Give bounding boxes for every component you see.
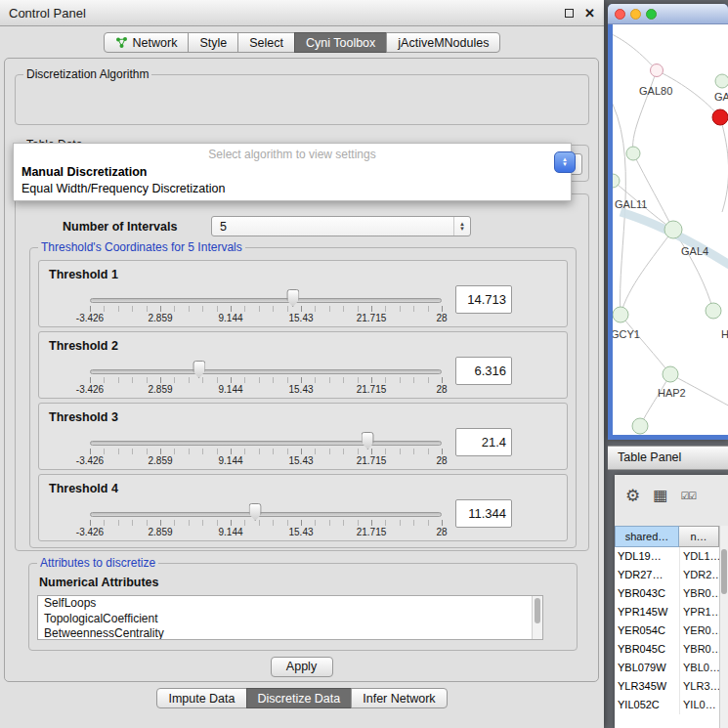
table-row[interactable]: YDL19…YDL1… — [615, 547, 719, 566]
slider-thumb[interactable] — [362, 432, 374, 450]
tab-cyni-toolbox[interactable]: Cyni Toolbox — [294, 32, 387, 53]
menu-item-manual-discretization[interactable]: Manual Discretization — [14, 164, 571, 181]
threshold-1-value-field[interactable]: 14.713 — [455, 285, 512, 314]
node[interactable] — [651, 64, 664, 77]
cell[interactable]: YBL079W — [615, 659, 679, 677]
node[interactable] — [613, 307, 628, 322]
number-of-intervals-combobox[interactable]: 5 ▲▼ — [211, 216, 471, 236]
cell[interactable]: YDR2… — [679, 566, 719, 584]
threshold-3-slider[interactable]: -3.426 2.859 9.144 15.43 21.715 28 — [90, 431, 442, 468]
table-row[interactable]: YBR043CYBR0… — [615, 584, 719, 603]
float-window-icon[interactable] — [565, 9, 574, 18]
tick-label: 2.859 — [148, 384, 172, 395]
slider-track[interactable] — [90, 298, 442, 303]
cell[interactable]: YDR27… — [615, 566, 679, 584]
slider-track[interactable] — [90, 512, 442, 517]
slider-ticks — [90, 449, 443, 454]
control-panel-titlebar[interactable]: Control Panel ✕ — [0, 0, 604, 26]
node[interactable] — [626, 147, 640, 160]
cell[interactable]: YPR145W — [615, 603, 679, 621]
table-row[interactable]: YLR345WYLR3… — [615, 677, 719, 696]
algorithm-combobox-stepper[interactable]: ▲▼ — [554, 151, 576, 173]
cell[interactable]: YER0… — [679, 621, 719, 640]
apply-button[interactable]: Apply — [271, 657, 333, 677]
tick-label: 2.859 — [148, 527, 172, 537]
tab-network[interactable]: Network — [104, 32, 190, 53]
node[interactable] — [663, 366, 678, 382]
cell[interactable]: YIL0… — [679, 696, 719, 714]
gear-icon[interactable]: ⚙ — [625, 488, 640, 504]
list-item[interactable]: SelfLoops — [38, 596, 542, 612]
tab-jactivemnodules[interactable]: jActiveMNodules — [386, 32, 500, 53]
threshold-2-slider[interactable]: -3.426 2.859 9.144 15.43 21.715 28 — [90, 360, 442, 397]
select-columns-icon[interactable]: ☑☑ — [680, 491, 696, 501]
network-window-titlebar[interactable] — [608, 4, 728, 24]
node[interactable] — [632, 418, 648, 434]
column-selector-icon[interactable]: ▦ — [653, 488, 667, 503]
close-traffic-light-icon[interactable] — [615, 9, 625, 20]
threshold-2-value-field[interactable]: 6.316 — [455, 357, 512, 385]
node[interactable] — [715, 74, 728, 88]
tab-style[interactable]: Style — [188, 32, 238, 53]
cell[interactable]: YDL1… — [679, 547, 719, 566]
cell[interactable]: YLR345W — [615, 677, 679, 696]
scrollbar-thumb[interactable] — [535, 598, 540, 623]
table-panel-header[interactable]: Table Panel — [608, 446, 728, 470]
list-scrollbar[interactable] — [532, 596, 542, 639]
threshold-4-value-field[interactable]: 11.344 — [455, 499, 512, 528]
tab-infer-network[interactable]: Infer Network — [351, 688, 447, 708]
threshold-label: Threshold 3 — [49, 410, 118, 424]
cell[interactable]: YBR045C — [615, 640, 679, 659]
node-selected-red[interactable] — [712, 109, 728, 125]
tab-select[interactable]: Select — [237, 32, 295, 53]
node[interactable] — [664, 221, 682, 238]
table-scrollbar[interactable] — [719, 526, 728, 728]
minimize-traffic-light-icon[interactable] — [630, 9, 641, 20]
table-body: YDL19…YDL1… YDR27…YDR2… YBR043CYBR0… YPR… — [615, 547, 719, 728]
threshold-4-slider[interactable]: -3.426 2.859 9.144 15.43 21.715 28 — [90, 502, 442, 539]
slider-track[interactable] — [90, 441, 442, 446]
node-label: H — [721, 328, 728, 340]
table-row[interactable]: YPR145WYPR1… — [615, 603, 719, 621]
threshold-1-slider[interactable]: -3.426 2.859 9.144 15.43 21.715 28 — [90, 288, 442, 325]
table-row[interactable]: YIL052CYIL0… — [615, 696, 719, 714]
cell[interactable]: YIL052C — [615, 696, 679, 714]
table-row[interactable]: YDR27…YDR2… — [615, 566, 719, 584]
tick-label: 9.144 — [218, 527, 242, 537]
cell[interactable]: YBL0… — [679, 659, 719, 677]
node[interactable] — [706, 303, 721, 319]
cell[interactable]: YPR1… — [679, 603, 719, 621]
cell[interactable]: YBR0… — [679, 640, 719, 659]
tick-label: 28 — [436, 313, 447, 323]
slider-thumb[interactable] — [249, 503, 262, 521]
tick-label: -3.426 — [76, 455, 104, 466]
slider-thumb[interactable] — [286, 289, 299, 307]
threshold-3-value-field[interactable]: 21.4 — [455, 428, 512, 456]
table-row[interactable]: YBL079WYBL0… — [615, 659, 719, 677]
table-row[interactable]: YER054CYER0… — [615, 621, 719, 640]
column-header-name[interactable]: n… — [679, 526, 719, 547]
cell[interactable]: YER054C — [615, 621, 679, 640]
list-item[interactable]: TopologicalCoefficient — [38, 612, 542, 627]
tick-label: 21.715 — [357, 384, 387, 395]
list-item[interactable]: BetweennessCentrality — [38, 626, 542, 640]
threshold-4-panel: Threshold 4 -3.426 2.859 9.144 15.43 21.… — [38, 474, 568, 541]
cell[interactable]: YBR043C — [615, 584, 679, 603]
attributes-to-discretize-group: Attributes to discretize Numerical Attri… — [28, 563, 578, 651]
cell[interactable]: YLR3… — [679, 677, 719, 696]
node-label: GA — [714, 91, 728, 103]
cell[interactable]: YBR0… — [679, 584, 719, 603]
slider-track[interactable] — [90, 369, 442, 374]
scrollbar-thumb[interactable] — [721, 549, 727, 594]
slider-thumb[interactable] — [193, 361, 205, 378]
threshold-3-panel: Threshold 3 -3.426 2.859 9.144 15.43 21.… — [38, 403, 568, 470]
close-icon[interactable]: ✕ — [584, 7, 595, 20]
cell[interactable]: YDL19… — [615, 547, 679, 566]
zoom-traffic-light-icon[interactable] — [646, 9, 657, 20]
tab-impute-data[interactable]: Impute Data — [156, 688, 246, 708]
table-row[interactable]: YBR045CYBR0… — [615, 640, 719, 659]
tab-discretize-data[interactable]: Discretize Data — [246, 688, 353, 708]
network-canvas[interactable]: GAL80 GA GAL11 GAL4 GCY1 H HAP2 — [613, 24, 728, 435]
menu-item-equal-width-frequency[interactable]: Equal Width/Frequency Discretization — [14, 181, 571, 197]
column-header-shared-name[interactable]: shared… — [615, 526, 679, 547]
